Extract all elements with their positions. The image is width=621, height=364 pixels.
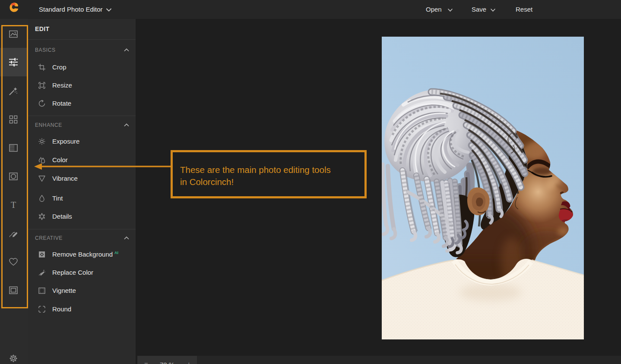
svg-text:in Colorcinch!: in Colorcinch! — [180, 177, 234, 187]
svg-text:These are the main photo editi: These are the main photo editing tools — [180, 165, 331, 175]
